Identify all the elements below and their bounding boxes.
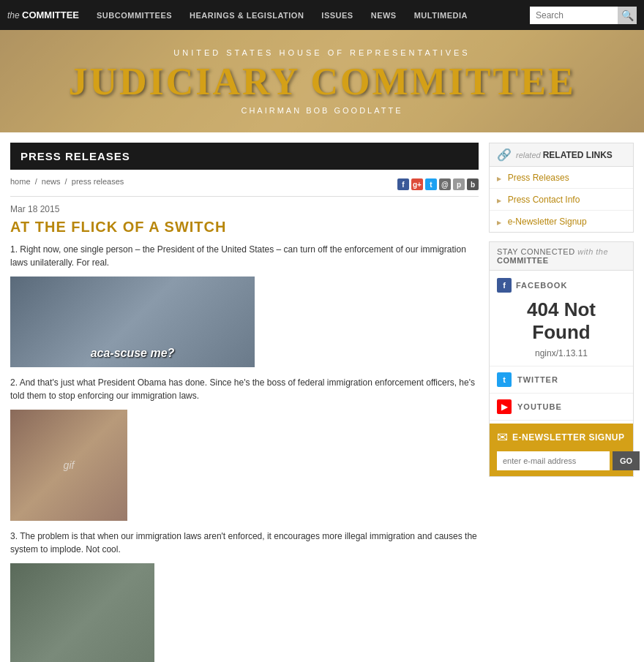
- search-button[interactable]: 🔍: [618, 7, 637, 24]
- link-icon: 🔗: [497, 148, 512, 162]
- nav-item-news[interactable]: NEWS: [362, 10, 405, 20]
- breadcrumb: home / news / press releases: [10, 177, 124, 186]
- nav-menu: SUBCOMMITTEES HEARINGS & LEGISLATION ISS…: [88, 10, 530, 20]
- top-navigation: the COMMITTEE SUBCOMMITTEES HEARINGS & L…: [0, 0, 644, 30]
- article-title: AT THE FLICK OF A SWITCH: [10, 219, 479, 236]
- nav-item-subcommittees[interactable]: SUBCOMMITTEES: [88, 10, 181, 20]
- twitter-row[interactable]: t TWITTER: [490, 366, 633, 394]
- nav-logo-text: COMMITTEE: [22, 10, 79, 20]
- youtube-icon: ▶: [497, 399, 512, 414]
- search-form: 🔍: [530, 7, 637, 24]
- breadcrumb-home[interactable]: home: [10, 177, 31, 186]
- facebook-share-icon[interactable]: f: [397, 178, 409, 190]
- newsletter-header: ✉ e-NEWSLETTER SIGNUP: [497, 429, 626, 445]
- article-gif-2: gif: [10, 410, 127, 521]
- youtube-row[interactable]: ▶ YOUTUBE: [490, 394, 633, 421]
- nav-item-hearings[interactable]: HEARINGS & LEGISLATION: [181, 10, 312, 20]
- youtube-label: YOUTUBE: [517, 402, 562, 411]
- related-link-press-contact[interactable]: Press Contact Info: [490, 189, 633, 211]
- newsletter-icon: ✉: [497, 429, 508, 445]
- content-wrapper: PRESS RELEASES home / news / press relea…: [0, 132, 644, 662]
- googleplus-share-icon[interactable]: g+: [411, 178, 423, 190]
- breadcrumb-row: home / news / press releases f g+ t @ p …: [10, 177, 479, 197]
- article-gif-3: Not cool: [10, 563, 154, 662]
- article-paragraph-2: 2. And that's just what President Obama …: [10, 376, 479, 402]
- breadcrumb-current[interactable]: press releases: [72, 177, 124, 186]
- breadcrumb-news[interactable]: news: [42, 177, 61, 186]
- facebook-icon: f: [497, 278, 512, 293]
- stay-connected-label: STAY CONNECTED: [497, 247, 575, 256]
- newsletter-title: e-NEWSLETTER SIGNUP: [512, 432, 625, 443]
- email-share-icon[interactable]: @: [439, 178, 451, 190]
- twitter-label: TWITTER: [517, 375, 558, 384]
- newsletter-box: ✉ e-NEWSLETTER SIGNUP GO: [490, 424, 633, 476]
- related-link-newsletter-signup[interactable]: e-Newsletter Signup: [490, 211, 633, 232]
- newsletter-form: GO: [497, 451, 626, 470]
- article-paragraph-3: 3. The problem is that when our immigrat…: [10, 530, 479, 556]
- related-link-press-releases[interactable]: Press Releases: [490, 167, 633, 189]
- gif1-caption: aca-scuse me?: [10, 347, 255, 360]
- error-title: 404 Not Found: [497, 298, 626, 344]
- stay-connected-header: STAY CONNECTED with the COMMITTEE: [490, 242, 633, 271]
- main-content: PRESS RELEASES home / news / press relea…: [10, 143, 479, 662]
- newsletter-go-button[interactable]: GO: [613, 451, 640, 470]
- related-links-list: Press Releases Press Contact Info e-News…: [490, 167, 633, 232]
- sidebar: 🔗 related related LINKS Press Releases P…: [489, 143, 634, 662]
- nav-item-issues[interactable]: ISSUES: [312, 10, 362, 20]
- related-links-title: related related LINKS: [516, 150, 613, 160]
- twitter-icon: t: [497, 372, 512, 387]
- header-chair: CHAIRMAN BOB GOODLATTE: [241, 106, 402, 115]
- nav-item-multimedia[interactable]: MULTIMEDIA: [405, 10, 476, 20]
- nav-logo: the COMMITTEE: [7, 10, 79, 20]
- article-paragraph-1: 1. Right now, one single person – the Pr…: [10, 243, 479, 269]
- stay-connected-box: STAY CONNECTED with the COMMITTEE f FACE…: [489, 241, 634, 477]
- error-subtitle: nginx/1.13.11: [497, 348, 626, 358]
- twitter-share-icon[interactable]: t: [425, 178, 437, 190]
- facebook-row: f FACEBOOK: [497, 278, 626, 293]
- site-header-banner: UNITED STATES HOUSE of REPRESENTATIVES J…: [0, 30, 644, 132]
- related-links-header: 🔗 related related LINKS: [490, 143, 633, 167]
- related-links-box: 🔗 related related LINKS Press Releases P…: [489, 143, 634, 233]
- print-share-icon[interactable]: p: [453, 178, 465, 190]
- header-subtitle: UNITED STATES HOUSE of REPRESENTATIVES: [173, 48, 470, 57]
- gif2-label: gif: [64, 459, 75, 471]
- article-gif-1: aca-scuse me?: [10, 277, 255, 367]
- stay-committee-label: COMMITTEE: [497, 256, 549, 265]
- search-input[interactable]: [530, 7, 618, 24]
- facebook-section: f FACEBOOK 404 Not Found nginx/1.13.11: [490, 271, 633, 366]
- nav-logo-italic: the: [7, 10, 20, 20]
- social-share-icons: f g+ t @ p b: [397, 178, 479, 190]
- facebook-label: FACEBOOK: [516, 281, 567, 290]
- section-header: PRESS RELEASES: [10, 143, 479, 170]
- header-title: JUDICIARY COMMITTEE: [68, 60, 575, 103]
- bookmark-share-icon[interactable]: b: [467, 178, 479, 190]
- newsletter-email-input[interactable]: [497, 451, 610, 470]
- article-date: Mar 18 2015: [10, 204, 479, 214]
